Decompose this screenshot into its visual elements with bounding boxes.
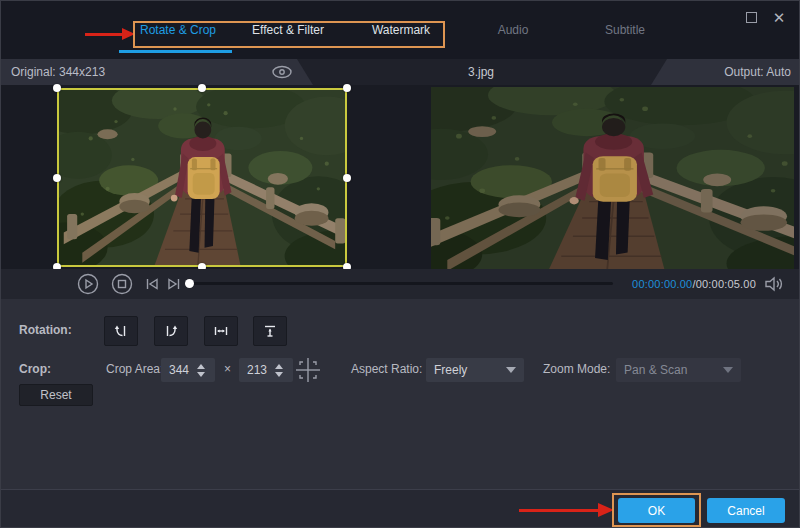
aspect-ratio-label: Aspect Ratio: [351, 362, 422, 376]
annotation-box-ok [612, 493, 701, 527]
stop-icon [111, 273, 133, 295]
edit-controls-panel: Rotation: [1, 299, 800, 489]
crop-handle-n[interactable] [198, 84, 206, 92]
rotate-left-icon [113, 323, 129, 339]
next-frame-button[interactable] [165, 273, 183, 295]
crop-center-button[interactable] [293, 355, 323, 385]
crop-handle-w[interactable] [53, 174, 61, 182]
maximize-button[interactable] [741, 7, 761, 27]
crop-height-stepper [239, 358, 293, 382]
chevron-down-icon [723, 367, 733, 373]
annotation-arrow-tabs [85, 28, 135, 40]
volume-icon [763, 275, 785, 293]
timeline-slider[interactable] [186, 282, 613, 285]
reset-label: Reset [40, 388, 71, 402]
crop-width-stepper [161, 358, 215, 382]
crop-width-up-icon[interactable] [197, 364, 205, 369]
rotate-left-button[interactable] [104, 316, 138, 346]
output-dim-overlay [431, 87, 794, 269]
crop-area-label: Crop Area: [106, 362, 163, 376]
playback-bar: 00:00:00.00/00:00:05.00 [1, 269, 800, 299]
next-frame-icon [166, 276, 182, 292]
active-tab-underline [119, 50, 232, 53]
cancel-button[interactable]: Cancel [707, 498, 785, 523]
dialog-window: Rotate & Crop Effect & Filter Watermark … [0, 0, 800, 528]
crop-handle-e[interactable] [343, 174, 351, 182]
crop-height-up-icon[interactable] [275, 364, 283, 369]
output-label: Output: Auto [724, 65, 791, 79]
rotation-label: Rotation: [19, 323, 72, 337]
multiply-sign: × [224, 362, 231, 376]
crosshair-icon [294, 356, 322, 384]
aspect-ratio-select[interactable]: Freely [426, 358, 524, 382]
crop-height-input[interactable] [239, 359, 273, 381]
tab-subtitle[interactable]: Subtitle [575, 1, 675, 59]
output-preview [431, 87, 794, 269]
footer-bar: OK Cancel [1, 489, 800, 528]
annotation-box-tabs [133, 21, 445, 48]
zoom-mode-label: Zoom Mode: [543, 362, 610, 376]
preview-original-toggle[interactable] [267, 63, 297, 81]
crop-frame[interactable] [57, 88, 347, 267]
time-display: 00:00:00.00/00:00:05.00 [632, 269, 756, 299]
rotate-right-icon [163, 323, 179, 339]
prev-frame-icon [144, 276, 160, 292]
stop-button[interactable] [111, 273, 133, 295]
total-time: 00:00:05.00 [696, 278, 756, 290]
source-preview[interactable] [57, 88, 347, 267]
zoom-mode-select[interactable]: Pan & Scan [616, 358, 741, 382]
flip-vertical-button[interactable] [253, 316, 287, 346]
close-icon: ✕ [773, 10, 786, 25]
close-button[interactable]: ✕ [769, 7, 789, 27]
current-time: 00:00:00.00 [632, 278, 692, 290]
eye-icon [270, 64, 294, 80]
prev-frame-button[interactable] [143, 273, 161, 295]
zoom-mode-value: Pan & Scan [624, 363, 687, 377]
crop-handle-nw[interactable] [53, 84, 61, 92]
timeline-thumb[interactable] [185, 279, 194, 288]
annotation-arrow-ok [519, 503, 615, 517]
play-button[interactable] [77, 273, 99, 295]
crop-width-input[interactable] [161, 359, 195, 381]
tab-bar: Rotate & Crop Effect & Filter Watermark … [1, 1, 800, 59]
volume-button[interactable] [761, 275, 787, 293]
maximize-icon [746, 12, 757, 23]
filename-label: 3.jpg [311, 59, 651, 85]
preview-area [1, 85, 800, 269]
crop-label: Crop: [19, 362, 51, 376]
play-icon [77, 273, 99, 295]
flip-horizontal-icon [213, 323, 229, 339]
tab-audio[interactable]: Audio [463, 1, 563, 59]
flip-vertical-icon [262, 323, 278, 339]
rotate-right-button[interactable] [154, 316, 188, 346]
aspect-ratio-value: Freely [434, 363, 467, 377]
output-panel: Output: Auto [651, 59, 800, 85]
crop-handle-ne[interactable] [343, 84, 351, 92]
crop-width-down-icon[interactable] [197, 372, 205, 377]
flip-horizontal-button[interactable] [204, 316, 238, 346]
chevron-down-icon [506, 367, 516, 373]
reset-button[interactable]: Reset [19, 384, 93, 406]
preview-header: Original: 344x213 3.jpg Output: Auto [1, 59, 800, 85]
original-size-label: Original: 344x213 [11, 65, 105, 79]
crop-height-down-icon[interactable] [275, 372, 283, 377]
